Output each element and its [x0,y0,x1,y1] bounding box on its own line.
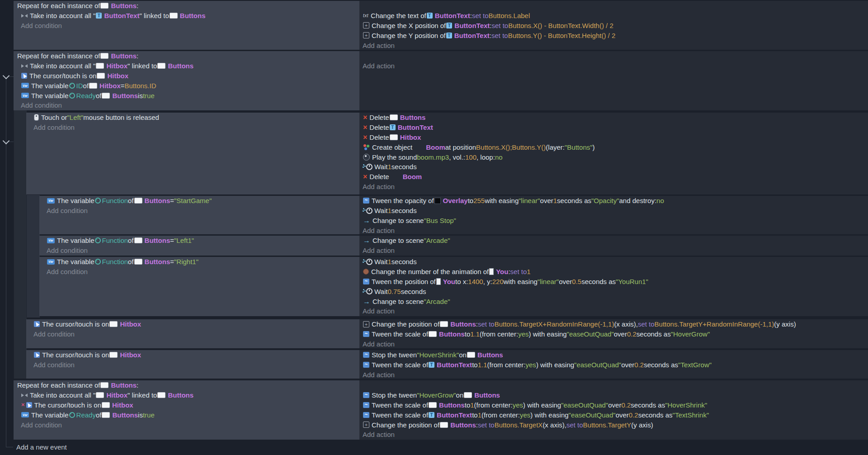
action-row[interactable]: +Change the Y position of TButtonText: s… [363,30,868,40]
action-row[interactable]: Create object Boom at position Buttons.X… [363,142,868,152]
overlap-icon [21,14,28,18]
action-row[interactable]: ~Tween the scale of Buttons to 1 (from c… [363,400,868,410]
action-row[interactable]: +Change the position of Buttons: set to … [363,319,868,329]
add-action-link[interactable]: Add action [363,430,868,440]
sprite-icon [467,352,475,358]
condition-row[interactable]: The cursor/touch is on Hitbox [26,350,359,360]
action-row[interactable]: Change the number of the animation of Yo… [363,267,868,277]
action-row[interactable]: ~Tween the position of You to x: 1400, y… [363,277,868,287]
conditions-panel: VarThe variable Function of Buttons = "S… [39,196,359,234]
actions-panel: ~Tween the opacity of Overlay to 255 wit… [359,196,868,234]
action-row[interactable]: Wait 1 seconds [363,257,868,267]
sprite-icon [100,382,108,388]
conditions-panel: VarThe variable Function of Buttons = "L… [39,236,359,256]
action-row[interactable]: →Change to scene "Arcade" [363,236,868,246]
add-condition-link[interactable]: Add condition [26,123,359,133]
tween-icon: ~ [363,352,369,358]
condition-row[interactable]: Touch or "Left" mouse button is released [26,113,359,123]
action-row[interactable]: ×Delete TButtonText [363,123,868,133]
tree-line [6,80,6,447]
action-row[interactable]: ×Delete Hitbox [363,133,868,142]
actions-panel: Add action [359,51,868,110]
wait-icon [363,288,373,294]
tween-icon: ~ [363,198,369,204]
condition-row[interactable]: Take into account all "TButtonText" link… [14,11,359,21]
add-condition-link[interactable]: Add condition [39,206,359,216]
action-row[interactable]: Wait 1 seconds [363,162,868,172]
conditions-panel: Repeat for each instance of Buttons :Tak… [14,380,359,440]
action-row[interactable]: →Change to scene "Bus Stop" [363,216,868,226]
action-row[interactable]: +Change the X position of TButtonText: s… [363,21,868,31]
add-action-link[interactable]: Add action [363,61,868,71]
condition-row[interactable]: The cursor/touch is on Hitbox [14,71,359,81]
gear-icon [69,93,75,99]
sprite-icon [96,392,104,398]
condition-row[interactable]: VarThe variable ID of Hitbox = Buttons.I… [14,81,359,90]
event-header[interactable]: Repeat for each instance of Buttons : [14,1,359,11]
condition-row[interactable]: ×The cursor/touch is on Hitbox [14,400,359,410]
sprite-icon [100,3,108,9]
add-action-link[interactable]: Add action [363,339,868,348]
collapse-chevron[interactable] [3,137,10,145]
sprite-icon [429,331,437,337]
sound-icon [363,154,370,161]
add-action-link[interactable]: Add action [363,225,868,234]
add-action-link[interactable]: Add action [363,306,868,316]
touch-icon [34,114,39,121]
action-row[interactable]: Play the sound boom.mp3, vol.: 100, loop… [363,152,868,162]
action-row[interactable]: →Change to scene "Arcade" [363,296,868,306]
add-action-link[interactable]: Add action [363,370,868,379]
add-condition-link[interactable]: Add condition [26,360,359,370]
event-block: The cursor/touch is on HitboxAdd conditi… [26,319,868,348]
event-header[interactable]: Repeat for each instance of Buttons : [14,380,359,390]
action-row[interactable]: ~Tween the opacity of Overlay to 255 wit… [363,196,868,206]
add-condition-link[interactable]: Add condition [14,420,359,430]
add-condition-link[interactable]: Add condition [26,329,359,339]
tween-icon: ~ [363,279,369,284]
action-row[interactable]: ~Tween the scale of Buttons to 1.1 (from… [363,329,868,339]
add-condition-link[interactable]: Add condition [14,21,359,31]
condition-row[interactable]: VarThe variable Function of Buttons = "R… [39,257,359,267]
blank-icon [413,145,424,150]
textobj-icon: T [446,33,452,38]
event-header[interactable]: Repeat for each instance of Buttons : [14,51,359,61]
event-block: Repeat for each instance of Buttons :Tak… [14,1,868,50]
overlap-icon [21,64,28,68]
condition-row[interactable]: VarThe variable Ready of Buttons is true [14,90,359,100]
condition-row[interactable]: VarThe variable Function of Buttons = "L… [39,236,359,246]
action-row[interactable]: ×Delete Boom [363,172,868,182]
add-action-link[interactable]: Add action [363,40,868,50]
collapse-chevron[interactable] [3,72,10,80]
action-row[interactable]: Wait 1 seconds [363,206,868,216]
conditions-panel: VarThe variable Function of Buttons = "R… [39,257,359,316]
add-condition-link[interactable]: Add condition [39,267,359,277]
condition-row[interactable]: VarThe variable Function of Buttons = "S… [39,196,359,206]
var-icon: Var [21,83,29,88]
add-action-link[interactable]: Add action [363,182,868,192]
textobj-icon: T [446,23,452,28]
sprite-icon [157,392,165,398]
pos-icon: + [363,422,369,428]
event-margin-band [26,195,40,318]
condition-row[interactable]: Take into account all "Hitbox" linked to… [14,61,359,71]
gear-icon [69,83,75,89]
condition-row[interactable]: VarThe variable Ready of Buttons is true [14,410,359,420]
add-condition-link[interactable]: Add condition [39,246,359,256]
add-new-event-link[interactable]: Add a new event [16,442,67,452]
action-row[interactable]: ~Stop the tween "HoverShrink" on Buttons [363,350,868,360]
condition-row[interactable]: The cursor/touch is on Hitbox [26,319,359,329]
var-icon: Var [21,412,29,417]
action-row[interactable]: Wait 0.75 seconds [363,286,868,296]
action-row[interactable]: txtChange the text of TButtonText: set t… [363,11,868,21]
sprite-icon [97,73,105,79]
tween-icon: ~ [363,412,369,418]
add-action-link[interactable]: Add action [363,246,868,256]
action-row[interactable]: ~Tween the scale of TButtonText to 1 (fr… [363,410,868,420]
sprite-icon [134,237,142,243]
condition-row[interactable]: Take into account all "Hitbox" linked to… [14,390,359,400]
add-condition-link[interactable]: Add condition [14,100,359,110]
action-row[interactable]: +Change the position of Buttons: set to … [363,420,868,430]
action-row[interactable]: ×Delete Buttons [363,113,868,123]
action-row[interactable]: ~Tween the scale of TButtonText to 1.1 (… [363,360,868,370]
action-row[interactable]: ~Stop the tween "HoverGrow" on Buttons [363,390,868,400]
